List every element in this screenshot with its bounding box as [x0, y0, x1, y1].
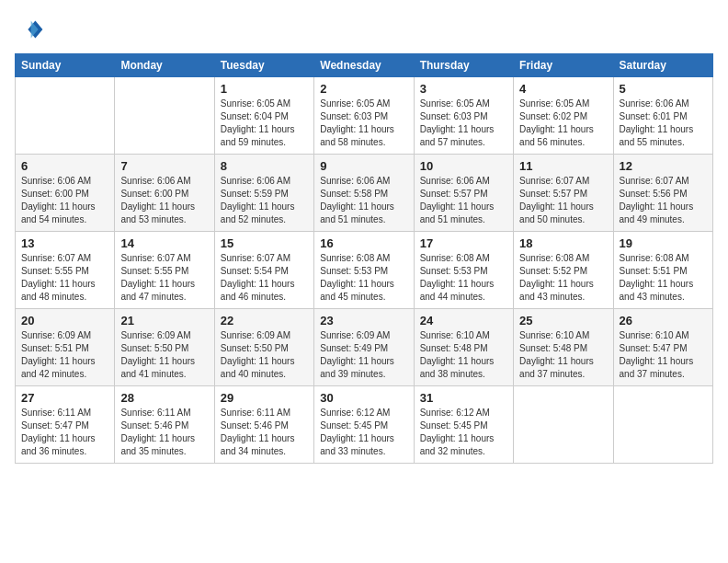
calendar-cell — [115, 77, 214, 155]
day-number: 3 — [420, 82, 507, 96]
day-number: 4 — [519, 82, 607, 96]
calendar-week-3: 13Sunrise: 6:07 AM Sunset: 5:55 PM Dayli… — [16, 232, 713, 309]
calendar-cell — [514, 386, 613, 464]
day-number: 28 — [120, 391, 208, 405]
day-number: 25 — [519, 314, 607, 327]
calendar-cell: 16Sunrise: 6:08 AM Sunset: 5:53 PM Dayli… — [314, 232, 414, 309]
day-number: 20 — [21, 314, 108, 327]
day-number: 26 — [620, 314, 707, 327]
calendar-cell: 21Sunrise: 6:09 AM Sunset: 5:50 PM Dayli… — [115, 309, 214, 386]
day-info: Sunrise: 6:09 AM Sunset: 5:51 PM Dayligh… — [21, 329, 108, 381]
header-day-friday: Friday — [514, 54, 613, 77]
calendar-body: 1Sunrise: 6:05 AM Sunset: 6:04 PM Daylig… — [16, 77, 713, 464]
day-info: Sunrise: 6:05 AM Sunset: 6:03 PM Dayligh… — [420, 98, 507, 149]
header-day-sunday: Sunday — [16, 54, 115, 77]
day-info: Sunrise: 6:12 AM Sunset: 5:45 PM Dayligh… — [320, 407, 407, 458]
day-info: Sunrise: 6:07 AM Sunset: 5:54 PM Dayligh… — [221, 252, 308, 304]
calendar-cell: 19Sunrise: 6:08 AM Sunset: 5:51 PM Dayli… — [613, 232, 712, 309]
calendar-cell: 14Sunrise: 6:07 AM Sunset: 5:55 PM Dayli… — [115, 232, 214, 309]
day-number: 23 — [320, 314, 407, 327]
calendar-week-5: 27Sunrise: 6:11 AM Sunset: 5:47 PM Dayli… — [16, 386, 713, 464]
day-number: 1 — [221, 82, 308, 96]
day-number: 2 — [320, 82, 407, 96]
calendar-cell: 31Sunrise: 6:12 AM Sunset: 5:45 PM Dayli… — [414, 386, 513, 464]
day-number: 15 — [221, 236, 308, 250]
day-number: 31 — [420, 391, 507, 405]
day-info: Sunrise: 6:05 AM Sunset: 6:02 PM Dayligh… — [519, 98, 607, 149]
calendar-week-1: 1Sunrise: 6:05 AM Sunset: 6:04 PM Daylig… — [16, 77, 713, 155]
day-info: Sunrise: 6:06 AM Sunset: 6:01 PM Dayligh… — [620, 98, 707, 149]
day-info: Sunrise: 6:05 AM Sunset: 6:03 PM Dayligh… — [320, 98, 407, 149]
day-number: 18 — [519, 236, 607, 250]
page-header — [15, 15, 713, 44]
header-day-saturday: Saturday — [613, 54, 712, 77]
calendar-cell: 8Sunrise: 6:06 AM Sunset: 5:59 PM Daylig… — [214, 155, 313, 232]
day-number: 13 — [21, 236, 108, 250]
day-info: Sunrise: 6:07 AM Sunset: 5:55 PM Dayligh… — [21, 252, 108, 304]
calendar-cell — [613, 386, 712, 464]
day-number: 8 — [221, 159, 308, 173]
day-info: Sunrise: 6:08 AM Sunset: 5:53 PM Dayligh… — [320, 252, 407, 304]
day-info: Sunrise: 6:11 AM Sunset: 5:47 PM Dayligh… — [21, 407, 108, 458]
calendar-cell: 30Sunrise: 6:12 AM Sunset: 5:45 PM Dayli… — [314, 386, 414, 464]
day-info: Sunrise: 6:07 AM Sunset: 5:57 PM Dayligh… — [519, 175, 607, 226]
calendar-cell: 17Sunrise: 6:08 AM Sunset: 5:53 PM Dayli… — [414, 232, 513, 309]
header-row: SundayMondayTuesdayWednesdayThursdayFrid… — [16, 54, 713, 77]
day-number: 22 — [221, 314, 308, 327]
calendar-week-2: 6Sunrise: 6:06 AM Sunset: 6:00 PM Daylig… — [16, 155, 713, 232]
day-info: Sunrise: 6:11 AM Sunset: 5:46 PM Dayligh… — [120, 407, 208, 458]
day-number: 19 — [620, 236, 707, 250]
calendar-cell: 25Sunrise: 6:10 AM Sunset: 5:48 PM Dayli… — [514, 309, 613, 386]
day-number: 21 — [120, 314, 208, 327]
day-info: Sunrise: 6:11 AM Sunset: 5:46 PM Dayligh… — [221, 407, 308, 458]
header-day-tuesday: Tuesday — [214, 54, 313, 77]
calendar-cell: 10Sunrise: 6:06 AM Sunset: 5:57 PM Dayli… — [414, 155, 513, 232]
day-info: Sunrise: 6:08 AM Sunset: 5:51 PM Dayligh… — [620, 252, 707, 304]
calendar-cell: 15Sunrise: 6:07 AM Sunset: 5:54 PM Dayli… — [214, 232, 313, 309]
day-info: Sunrise: 6:09 AM Sunset: 5:50 PM Dayligh… — [120, 329, 208, 381]
header-day-monday: Monday — [115, 54, 214, 77]
day-info: Sunrise: 6:08 AM Sunset: 5:53 PM Dayligh… — [420, 252, 507, 304]
day-info: Sunrise: 6:07 AM Sunset: 5:56 PM Dayligh… — [620, 175, 707, 226]
day-number: 24 — [420, 314, 507, 327]
calendar-cell: 12Sunrise: 6:07 AM Sunset: 5:56 PM Dayli… — [613, 155, 712, 232]
calendar-cell: 18Sunrise: 6:08 AM Sunset: 5:52 PM Dayli… — [514, 232, 613, 309]
day-info: Sunrise: 6:06 AM Sunset: 6:00 PM Dayligh… — [120, 175, 208, 226]
day-number: 16 — [320, 236, 407, 250]
calendar-cell: 22Sunrise: 6:09 AM Sunset: 5:50 PM Dayli… — [214, 309, 313, 386]
header-day-wednesday: Wednesday — [314, 54, 414, 77]
calendar-cell: 2Sunrise: 6:05 AM Sunset: 6:03 PM Daylig… — [314, 77, 414, 155]
calendar-cell: 20Sunrise: 6:09 AM Sunset: 5:51 PM Dayli… — [16, 309, 115, 386]
day-number: 30 — [320, 391, 407, 405]
calendar-cell: 3Sunrise: 6:05 AM Sunset: 6:03 PM Daylig… — [414, 77, 513, 155]
calendar-cell: 5Sunrise: 6:06 AM Sunset: 6:01 PM Daylig… — [613, 77, 712, 155]
day-info: Sunrise: 6:06 AM Sunset: 5:58 PM Dayligh… — [320, 175, 407, 226]
day-number: 7 — [120, 159, 208, 173]
day-info: Sunrise: 6:06 AM Sunset: 6:00 PM Dayligh… — [21, 175, 108, 226]
day-number: 27 — [21, 391, 108, 405]
header-day-thursday: Thursday — [414, 54, 513, 77]
day-info: Sunrise: 6:10 AM Sunset: 5:48 PM Dayligh… — [519, 329, 607, 381]
logo — [15, 15, 48, 44]
day-info: Sunrise: 6:09 AM Sunset: 5:49 PM Dayligh… — [320, 329, 407, 381]
day-info: Sunrise: 6:10 AM Sunset: 5:47 PM Dayligh… — [620, 329, 707, 381]
logo-icon — [15, 15, 44, 44]
day-number: 5 — [620, 82, 707, 96]
calendar-cell: 9Sunrise: 6:06 AM Sunset: 5:58 PM Daylig… — [314, 155, 414, 232]
day-info: Sunrise: 6:07 AM Sunset: 5:55 PM Dayligh… — [120, 252, 208, 304]
calendar-cell: 23Sunrise: 6:09 AM Sunset: 5:49 PM Dayli… — [314, 309, 414, 386]
calendar-cell: 29Sunrise: 6:11 AM Sunset: 5:46 PM Dayli… — [214, 386, 313, 464]
day-number: 17 — [420, 236, 507, 250]
calendar-cell — [16, 77, 115, 155]
calendar-cell: 28Sunrise: 6:11 AM Sunset: 5:46 PM Dayli… — [115, 386, 214, 464]
calendar-cell: 7Sunrise: 6:06 AM Sunset: 6:00 PM Daylig… — [115, 155, 214, 232]
day-number: 14 — [120, 236, 208, 250]
day-info: Sunrise: 6:06 AM Sunset: 5:57 PM Dayligh… — [420, 175, 507, 226]
calendar-cell: 6Sunrise: 6:06 AM Sunset: 6:00 PM Daylig… — [16, 155, 115, 232]
calendar-table: SundayMondayTuesdayWednesdayThursdayFrid… — [15, 53, 713, 464]
calendar-cell: 27Sunrise: 6:11 AM Sunset: 5:47 PM Dayli… — [16, 386, 115, 464]
day-number: 29 — [221, 391, 308, 405]
calendar-cell: 26Sunrise: 6:10 AM Sunset: 5:47 PM Dayli… — [613, 309, 712, 386]
day-number: 6 — [21, 159, 108, 173]
calendar-week-4: 20Sunrise: 6:09 AM Sunset: 5:51 PM Dayli… — [16, 309, 713, 386]
